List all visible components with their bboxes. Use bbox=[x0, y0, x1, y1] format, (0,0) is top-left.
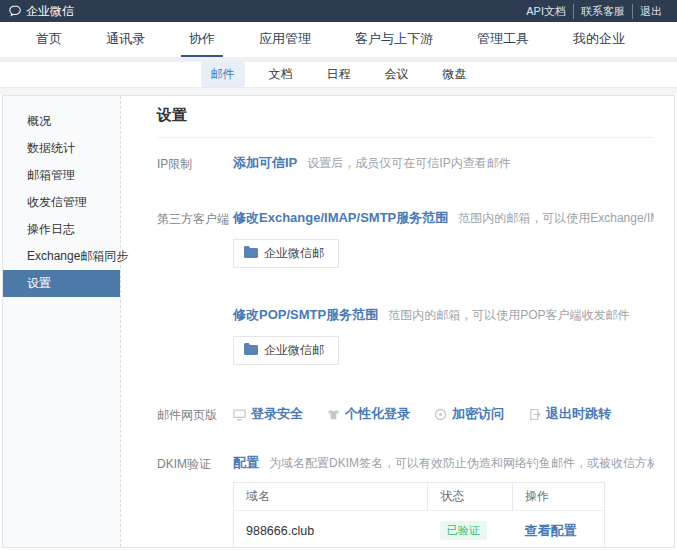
dkim-row: DKIM验证 配置 为域名配置DKIM签名，可以有效防止伪造和网络钓鱼邮件，或被… bbox=[157, 454, 654, 547]
settings-content: 设置 IP限制 添加可信IP 设置后，成员仅可在可信IP内查看邮件 第三方客户端… bbox=[121, 96, 674, 547]
col-action: 操作 bbox=[513, 483, 605, 511]
dkim-table-body: 988666.club已验证查看配置sjdhgfdk.com验证中查看配置 bbox=[234, 511, 605, 548]
sidebar-item-settings[interactable]: 设置 bbox=[3, 270, 120, 297]
ip-limit-label: IP限制 bbox=[157, 154, 233, 173]
domain-cell: 988666.club bbox=[234, 511, 428, 548]
subtab-docs[interactable]: 文档 bbox=[259, 62, 303, 87]
topbar-link-api-docs[interactable]: API文档 bbox=[519, 4, 573, 19]
webmail-row: 邮件网页版 登录安全个性化登录加密访问退出时跳转 bbox=[157, 405, 654, 424]
modify-exchange-scope-link[interactable]: 修改Exchange/IMAP/SMTP服务范围 bbox=[233, 209, 448, 227]
exchange-scope-tag-label: 企业微信邮 bbox=[264, 245, 324, 262]
table-row: 988666.club已验证查看配置 bbox=[234, 511, 605, 548]
third-party-row: 第三方客户端 修改Exchange/IMAP/SMTP服务范围 范围内的邮箱，可… bbox=[157, 209, 654, 365]
status-cell: 已验证 bbox=[428, 511, 513, 548]
view-config-link[interactable]: 查看配置 bbox=[525, 523, 577, 538]
topbar-link-contact-support[interactable]: 联系客服 bbox=[573, 4, 632, 19]
subtab-meeting[interactable]: 会议 bbox=[375, 62, 419, 87]
third-party-label: 第三方客户端 bbox=[157, 209, 233, 228]
dkim-desc: 为域名配置DKIM签名，可以有效防止伪造和网络钓鱼邮件，或被收信方标记为垃圾邮件 bbox=[269, 455, 654, 472]
subtab-mail[interactable]: 邮件 bbox=[201, 62, 245, 87]
sidebar-item-send-receive-management[interactable]: 收发信管理 bbox=[3, 189, 120, 216]
pop-scope-tag[interactable]: 企业微信邮 bbox=[233, 336, 339, 365]
logo-text: 企业微信 bbox=[26, 3, 74, 20]
pop-scope-tag-label: 企业微信邮 bbox=[264, 342, 324, 359]
nav-tab-admin-tools[interactable]: 管理工具 bbox=[469, 22, 537, 57]
sidebar-item-operation-logs[interactable]: 操作日志 bbox=[3, 216, 120, 243]
status-badge: 已验证 bbox=[440, 521, 487, 540]
topbar-links: API文档联系客服退出 bbox=[519, 4, 669, 19]
sidebar: 概况数据统计邮箱管理收发信管理操作日志Exchange邮箱同步设置 bbox=[3, 96, 121, 547]
webmail-link-personalized-login[interactable]: 个性化登录 bbox=[327, 405, 410, 423]
modify-pop-scope-link[interactable]: 修改POP/SMTP服务范围 bbox=[233, 306, 378, 324]
nav-tab-my-company[interactable]: 我的企业 bbox=[565, 22, 633, 57]
add-trusted-ip-link[interactable]: 添加可信IP bbox=[233, 154, 297, 172]
webmail-link-login-security[interactable]: 登录安全 bbox=[233, 405, 303, 423]
nav-tab-collaboration[interactable]: 协作 bbox=[181, 22, 223, 57]
main-panel: 概况数据统计邮箱管理收发信管理操作日志Exchange邮箱同步设置 设置 IP限… bbox=[2, 95, 675, 548]
pop-block: 修改POP/SMTP服务范围 范围内的邮箱，可以使用POP客户端收发邮件 企业微… bbox=[233, 306, 654, 365]
title-divider bbox=[157, 137, 654, 138]
nav-tab-contacts[interactable]: 通讯录 bbox=[98, 22, 153, 57]
main-nav: 首页通讯录协作应用管理客户与上下游管理工具我的企业 bbox=[0, 22, 677, 57]
lock-icon bbox=[434, 408, 447, 421]
subtab-drive[interactable]: 微盘 bbox=[433, 62, 477, 87]
dkim-config-link[interactable]: 配置 bbox=[233, 454, 259, 472]
exchange-scope-tag[interactable]: 企业微信邮 bbox=[233, 239, 339, 268]
webmail-link-logout-redirect[interactable]: 退出时跳转 bbox=[528, 405, 611, 423]
dkim-table-header: 域名 状态 操作 bbox=[234, 483, 605, 511]
topbar-link-logout[interactable]: 退出 bbox=[632, 4, 669, 19]
wecom-logo[interactable]: 企业微信 bbox=[8, 3, 74, 20]
webmail-link-encrypted-access[interactable]: 加密访问 bbox=[434, 405, 504, 423]
exit-icon bbox=[528, 408, 541, 421]
exchange-scope-desc: 范围内的邮箱，可以使用Exchange/IMAP客户端收发邮件 bbox=[458, 210, 654, 227]
col-status: 状态 bbox=[428, 483, 513, 511]
topbar: 企业微信 API文档联系客服退出 bbox=[0, 0, 677, 22]
sidebar-item-data-stats[interactable]: 数据统计 bbox=[3, 135, 120, 162]
webmail-links: 登录安全个性化登录加密访问退出时跳转 bbox=[233, 405, 654, 423]
page-title: 设置 bbox=[157, 106, 654, 125]
sub-nav: 邮件文档日程会议微盘 bbox=[0, 62, 677, 88]
nav-tab-app-management[interactable]: 应用管理 bbox=[251, 22, 319, 57]
webmail-link-label: 退出时跳转 bbox=[546, 405, 611, 423]
panel-gap bbox=[0, 88, 677, 95]
ip-limit-desc: 设置后，成员仅可在可信IP内查看邮件 bbox=[307, 155, 510, 172]
webmail-link-label: 登录安全 bbox=[251, 405, 303, 423]
action-cell: 查看配置 bbox=[513, 511, 605, 548]
nav-tab-home[interactable]: 首页 bbox=[28, 22, 70, 57]
sidebar-item-overview[interactable]: 概况 bbox=[3, 108, 120, 135]
chat-bubble-icon bbox=[8, 4, 22, 18]
dkim-table: 域名 状态 操作 988666.club已验证查看配置sjdhgfdk.com验… bbox=[233, 482, 605, 547]
sidebar-item-mailbox-management[interactable]: 邮箱管理 bbox=[3, 162, 120, 189]
ip-limit-row: IP限制 添加可信IP 设置后，成员仅可在可信IP内查看邮件 bbox=[157, 154, 654, 173]
folder-icon bbox=[244, 343, 258, 358]
subtab-schedule[interactable]: 日程 bbox=[317, 62, 361, 87]
tshirt-icon bbox=[327, 408, 340, 421]
pop-scope-desc: 范围内的邮箱，可以使用POP客户端收发邮件 bbox=[388, 307, 629, 324]
dkim-label: DKIM验证 bbox=[157, 454, 233, 473]
monitor-icon bbox=[233, 408, 246, 421]
webmail-link-label: 个性化登录 bbox=[345, 405, 410, 423]
nav-tab-customers[interactable]: 客户与上下游 bbox=[347, 22, 441, 57]
col-domain: 域名 bbox=[234, 483, 428, 511]
folder-icon bbox=[244, 246, 258, 261]
sidebar-item-exchange-sync[interactable]: Exchange邮箱同步 bbox=[3, 243, 120, 270]
webmail-label: 邮件网页版 bbox=[157, 405, 233, 424]
webmail-link-label: 加密访问 bbox=[452, 405, 504, 423]
